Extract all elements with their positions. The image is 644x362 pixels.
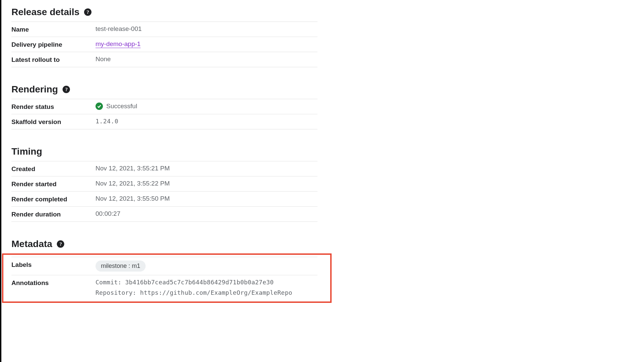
label-name: Name	[11, 25, 96, 33]
metadata-header: Metadata ?	[11, 239, 317, 249]
check-circle-icon	[96, 103, 103, 110]
label-skaffold: Skaffold version	[11, 118, 96, 126]
timing-section: Timing Created Nov 12, 2021, 3:55:21 PM …	[11, 146, 317, 222]
label-render-status: Render status	[11, 103, 96, 111]
render-status-text: Successful	[106, 103, 137, 110]
timing-title: Timing	[11, 146, 317, 157]
release-details-header: Release details ?	[11, 7, 317, 17]
label-annotations: Annotations	[11, 279, 96, 287]
label-pipeline: Delivery pipeline	[11, 40, 96, 48]
help-icon[interactable]: ?	[84, 8, 91, 16]
annotation-repository: Repository: https://github.com/ExampleOr…	[96, 289, 292, 296]
value-render-started: Nov 12, 2021, 3:55:22 PM	[96, 180, 317, 187]
release-details-title: Release details	[11, 7, 79, 17]
value-latest-rollout: None	[96, 55, 317, 63]
label-labels: Labels	[11, 260, 96, 269]
rendering-header: Rendering ?	[11, 84, 317, 95]
metadata-section: Metadata ?	[11, 239, 317, 249]
label-render-duration: Render duration	[11, 210, 96, 218]
value-render-status: Successful	[96, 103, 317, 110]
value-pipeline: my-demo-app-1	[96, 40, 317, 48]
label-created: Created	[11, 165, 96, 173]
rendering-section: Rendering ? Render status Successful Ska…	[11, 84, 317, 129]
release-details-section: Release details ? Name test-release-001 …	[11, 7, 317, 67]
row-name: Name test-release-001	[11, 22, 317, 37]
row-render-status: Render status Successful	[11, 99, 317, 114]
row-created: Created Nov 12, 2021, 3:55:21 PM	[11, 161, 317, 176]
label-render-started: Render started	[11, 180, 96, 188]
annotation-commit: Commit: 3b416bb7cead5c7c7b644b86429d71b0…	[96, 279, 292, 286]
label-latest-rollout: Latest rollout to	[11, 55, 96, 64]
row-render-started: Render started Nov 12, 2021, 3:55:22 PM	[11, 176, 317, 191]
value-annotations: Commit: 3b416bb7cead5c7c7b644b86429d71b0…	[96, 279, 317, 296]
row-render-completed: Render completed Nov 12, 2021, 3:55:50 P…	[11, 191, 317, 206]
row-latest-rollout: Latest rollout to None	[11, 52, 317, 67]
row-render-duration: Render duration 00:00:27	[11, 206, 317, 222]
row-pipeline: Delivery pipeline my-demo-app-1	[11, 37, 317, 52]
row-labels: Labels milestone : m1	[11, 257, 317, 275]
value-created: Nov 12, 2021, 3:55:21 PM	[96, 165, 317, 172]
row-skaffold: Skaffold version 1.24.0	[11, 114, 317, 129]
value-skaffold: 1.24.0	[96, 118, 317, 125]
value-labels: milestone : m1	[96, 260, 317, 272]
metadata-highlight: Labels milestone : m1 Annotations Commit…	[2, 253, 332, 303]
value-name: test-release-001	[96, 25, 317, 33]
value-render-duration: 00:00:27	[96, 210, 317, 217]
label-chip: milestone : m1	[96, 260, 146, 272]
metadata-title: Metadata	[11, 239, 52, 249]
value-render-completed: Nov 12, 2021, 3:55:50 PM	[96, 195, 317, 202]
help-icon[interactable]: ?	[57, 240, 64, 248]
help-icon[interactable]: ?	[63, 86, 70, 93]
rendering-title: Rendering	[11, 84, 58, 95]
pipeline-link[interactable]: my-demo-app-1	[96, 40, 141, 48]
label-render-completed: Render completed	[11, 195, 96, 203]
row-annotations: Annotations Commit: 3b416bb7cead5c7c7b64…	[11, 275, 317, 299]
